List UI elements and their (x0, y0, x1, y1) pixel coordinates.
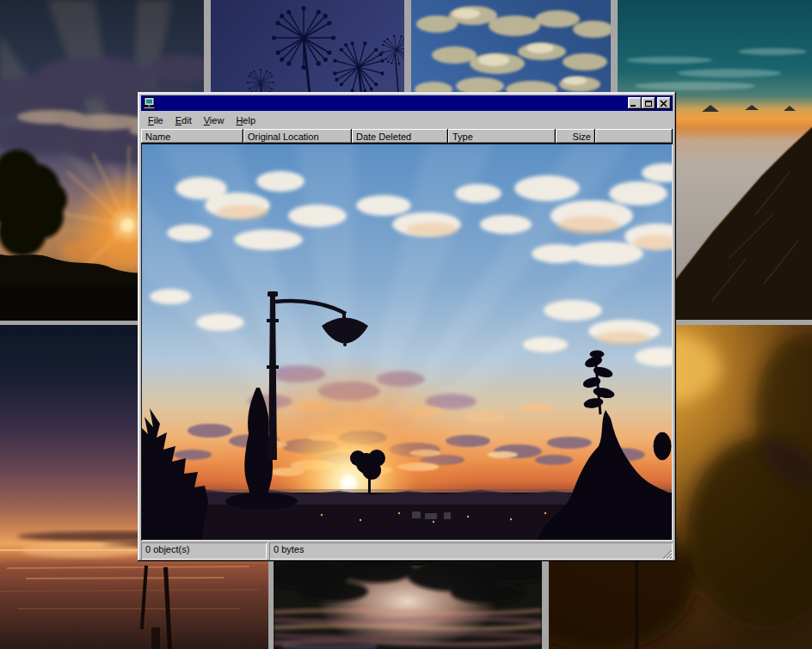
file-list-view[interactable] (141, 144, 673, 541)
window-titlebar[interactable] (141, 95, 673, 111)
status-object-count: 0 object(s) (141, 542, 267, 560)
menu-help[interactable]: Help (230, 113, 261, 127)
close-button[interactable] (657, 97, 671, 109)
status-byte-count: 0 bytes (269, 542, 673, 560)
column-header-name[interactable]: Name (141, 129, 243, 144)
menu-view[interactable]: View (198, 113, 231, 127)
recycle-bin-window: File Edit View Help Name Original Locati… (138, 92, 676, 561)
minimize-icon (631, 105, 636, 107)
menu-file[interactable]: File (142, 113, 169, 127)
column-header-date-deleted[interactable]: Date Deleted (352, 129, 448, 144)
resize-grip-icon[interactable] (661, 548, 672, 559)
column-header-type[interactable]: Type (448, 129, 556, 144)
column-header-original-location[interactable]: Original Location (243, 129, 352, 144)
close-icon (660, 100, 668, 107)
computer-icon[interactable] (143, 97, 157, 109)
menu-edit[interactable]: Edit (169, 113, 198, 127)
status-bar: 0 object(s) 0 bytes (141, 541, 673, 560)
maximize-button[interactable] (642, 97, 655, 109)
maximize-icon (645, 101, 652, 107)
minimize-button[interactable] (628, 97, 642, 109)
column-header-size[interactable]: Size (556, 129, 595, 144)
column-headers: Name Original Location Date Deleted Type… (141, 129, 673, 144)
menu-bar: File Edit View Help (141, 111, 673, 129)
sunset-street-lamp-photo (141, 144, 673, 541)
column-header-stub (595, 129, 673, 144)
